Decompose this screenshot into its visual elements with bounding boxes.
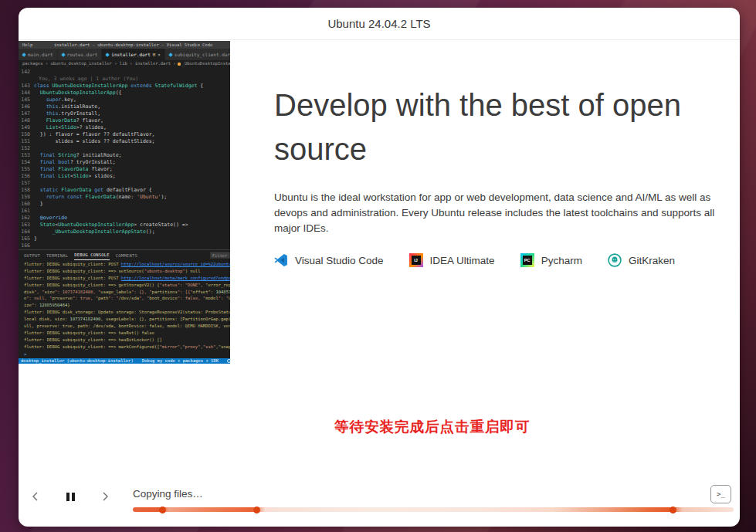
console-line: ize": 12885950464}	[24, 302, 230, 309]
code-line: 159 return const FlavorData(name: 'Ubunt…	[19, 194, 230, 201]
dart-file-icon	[168, 53, 173, 57]
restart-annotation: 等待安装完成后点击重启即可	[334, 417, 531, 436]
console-line: local disk, size: 107374182400, usageLab…	[24, 316, 230, 323]
code-line: 163 State<UbuntuDesktopInstallerApp> cre…	[19, 222, 230, 229]
progress-dot	[670, 507, 676, 513]
bottom-panel: OUTPUT TERMINAL DEBUG CONSOLE COMMENTS F…	[19, 249, 230, 358]
editor-tab: main.dart	[19, 49, 58, 60]
install-progress-bar	[133, 507, 734, 512]
debug-console-lines: flutter: DEBUG subiquity_client: POST ht…	[19, 260, 230, 351]
panel-tab-terminal: TERMINAL	[46, 253, 68, 258]
code-line: 147 this.tryOrInstall,	[19, 110, 230, 117]
dart-file-icon	[105, 53, 110, 57]
install-status-text: Copying files…	[133, 488, 203, 500]
code-line: 166	[19, 242, 230, 249]
code-line: 142	[19, 69, 230, 76]
code-line: 145 super.key,	[19, 97, 230, 103]
code-line: 148 FlavorData? flavor,	[19, 117, 230, 124]
code-line: 162 @override	[19, 215, 230, 222]
window-header: Ubuntu 24.04.2 LTS	[19, 8, 740, 40]
dart-file-icon	[22, 53, 26, 57]
console-line: flutter: DEBUG disk_storage: Update stor…	[24, 309, 230, 316]
console-prompt: >	[19, 351, 230, 357]
chevron-left-icon	[30, 491, 41, 502]
vscode-icon	[274, 253, 288, 267]
code-line: 158 static FlavorData get defaultFlavor …	[19, 187, 230, 194]
gitkraken-icon	[608, 253, 622, 267]
code-line: 155 final FlavorData flavor;	[19, 166, 230, 173]
terminal-icon: >_	[717, 490, 725, 498]
code-line: 151 slides = slides ?? defaultSlides;	[19, 138, 230, 145]
installer-window: Ubuntu 24.04.2 LTS Help installer.dart -…	[19, 8, 740, 527]
code-line: 161	[19, 208, 230, 215]
vscode-titlebar: Help installer.dart - ubuntu-desktop-ins…	[19, 41, 230, 49]
tool-visual-studio-code: Visual Studio Code	[274, 253, 384, 267]
console-line: flutter: DEBUG subiquity_client: ==> get…	[24, 282, 230, 289]
vscode-help-menu: Help	[19, 41, 36, 49]
vscode-window-title: installer.dart - ubuntu-desktop-installe…	[36, 41, 230, 49]
breadcrumb: packages › ubuntu_desktop_installer › li…	[19, 60, 230, 67]
panel-tab-output: OUTPUT	[24, 253, 40, 258]
idea-icon: IJ	[409, 253, 423, 267]
previous-slide-button[interactable]	[26, 487, 45, 506]
tool-pycharm: PC Pycharm	[520, 253, 582, 267]
console-line: e": null, "preserve": true, "path": "/de…	[24, 295, 230, 302]
code-line: 143class UbuntuDesktopInstallerApp exten…	[19, 83, 230, 90]
code-line: You, 3 weeks ago | 1 author (You)	[19, 76, 230, 83]
code-lines: 142You, 3 weeks ago | 1 author (You)143c…	[19, 67, 230, 249]
pycharm-icon: PC	[520, 253, 534, 267]
panel-tab-debug-console: DEBUG CONSOLE	[74, 251, 110, 260]
editor-tab: subiquity_client.dart	[165, 49, 230, 60]
symbol-class-icon	[178, 63, 181, 66]
console-line: ull, preserve: true, path: /dev/sda, boo…	[24, 323, 230, 330]
editor-tab: routes.dart	[58, 49, 103, 60]
terminal-button[interactable]: >_	[710, 485, 731, 503]
vscode-tab-bar: main.dart routes.dart installer.dartM× s…	[19, 49, 230, 60]
chevron-right-icon	[100, 491, 110, 502]
dart-file-icon	[61, 53, 66, 57]
code-line: 150 }) : flavor = flavor ?? defaultFlavo…	[19, 131, 230, 138]
ide-tools-row: Visual Studio Code IJ IDEA Ultimate PC P…	[274, 253, 675, 267]
vscode-screenshot: Help installer.dart - ubuntu-desktop-ins…	[19, 41, 230, 364]
code-line: 146 this.initialRoute,	[19, 103, 230, 110]
slide-heading: Develop with the best of open source	[274, 83, 722, 171]
code-line: 165}	[19, 236, 230, 242]
slide-body-text: Ubuntu is the ideal workstation for app …	[274, 190, 727, 236]
code-line: 154 final bool? tryOrInstall;	[19, 159, 230, 166]
console-line: flutter: DEBUG subiquity_client: POST ht…	[24, 261, 230, 268]
code-line: 152	[19, 145, 230, 152]
progress-dot	[253, 507, 260, 513]
console-line: disk", "size": 107374182400, "usage_labe…	[24, 289, 230, 296]
console-line: flutter: DEBUG subiquity_client: POST ht…	[24, 275, 230, 282]
code-line: 157	[19, 180, 230, 187]
vscode-statusbar: desktop_installer (ubuntu-desktop-instal…	[19, 358, 230, 364]
code-line: 160 }	[19, 201, 230, 208]
filter-input: Filter	[210, 252, 230, 259]
pause-icon	[66, 493, 69, 501]
watch-icon	[227, 359, 230, 363]
code-line: 164 _UbuntuDesktopInstallerAppState();	[19, 229, 230, 236]
console-line: flutter: DEBUG subiquity_client: ==> has…	[24, 337, 230, 344]
tool-gitkraken: GitKraken	[608, 253, 675, 267]
next-slide-button[interactable]	[96, 487, 114, 506]
pause-button[interactable]	[61, 487, 80, 506]
progress-dot	[159, 507, 166, 513]
panel-tab-bar: OUTPUT TERMINAL DEBUG CONSOLE COMMENTS F…	[19, 250, 230, 260]
panel-tab-comments: COMMENTS	[116, 253, 137, 258]
console-line: flutter: DEBUG subiquity_client: ==> mar…	[24, 344, 230, 351]
code-line: 156 final List<Slide> slides;	[19, 173, 230, 180]
code-line: 153 final String? initialRoute;	[19, 152, 230, 159]
code-line: 149 List<Slide>? slides,	[19, 124, 230, 131]
tool-idea-ultimate: IJ IDEA Ultimate	[409, 253, 495, 267]
modified-badge: M	[153, 53, 155, 57]
code-line: 144 UbuntuDesktopInstallerApp({	[19, 90, 230, 97]
console-line: flutter: DEBUG subiquity_client: ==> set…	[24, 268, 230, 275]
window-title: Ubuntu 24.04.2 LTS	[327, 17, 430, 30]
close-icon: ×	[158, 52, 161, 57]
editor-tab-active: installer.dartM×	[102, 49, 165, 60]
console-line: flutter: DEBUG subiquity_client: ==> has…	[24, 330, 230, 337]
